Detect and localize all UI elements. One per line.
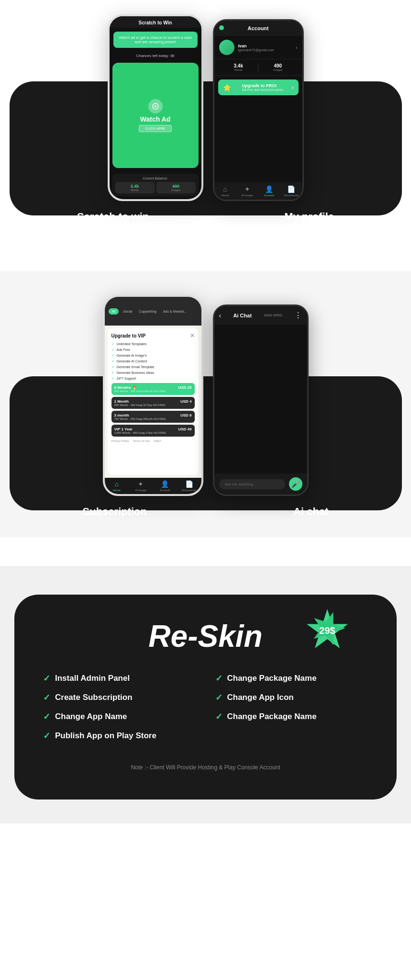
- sub-nav-documents[interactable]: 📄 Documents: [177, 480, 201, 492]
- reskin-package1-text: Change Package Name: [227, 674, 317, 683]
- sub-footer-links: Privacy Policy Terms of Use Help?: [111, 439, 195, 442]
- help-link[interactable]: Help?: [154, 439, 161, 442]
- reskin-col-right: ✓ Change Package Name ✓ Change App Icon …: [215, 673, 368, 750]
- feature-email: ✓ Generate Email Template: [111, 365, 195, 369]
- account-header: Account: [214, 21, 302, 36]
- nav-ai-image-label: AI Image: [241, 194, 253, 197]
- terms-link[interactable]: Terms of Use: [133, 439, 150, 442]
- chat-header: ‹ Ai Chat 3400 WRS ⋮: [214, 306, 307, 325]
- account-arrow-icon: ›: [296, 45, 297, 50]
- scratch-watch-icon: [148, 99, 163, 113]
- chat-body: [214, 325, 307, 473]
- account-profile-row[interactable]: Ivan igorivan472@gmail.com ›: [214, 36, 302, 59]
- vip-close-icon[interactable]: ✕: [190, 332, 195, 339]
- profile-label: My profile: [284, 211, 334, 223]
- chat-phone-content: ‹ Ai Chat 3400 WRS ⋮ Ask me anything... …: [214, 306, 307, 495]
- tab-ads[interactable]: Ads & Marketi...: [161, 308, 189, 315]
- account-upgrade-banner[interactable]: ⭐ Upgrade to PRO! Ad-free and exclusive …: [218, 79, 299, 95]
- scratch-watch-text: Watch Ad: [140, 115, 171, 123]
- scratch-phone-frame: Scratch to Win Watch ad to get a chance …: [108, 14, 203, 201]
- nav-documents[interactable]: 📄 Documents: [280, 185, 302, 197]
- plan-3month-sub: 750 Words · 220 Imag·3Month AD-FREE: [114, 417, 192, 420]
- scratch-balance-title: Current Balance:: [115, 177, 196, 180]
- plan-6month[interactable]: 6 Months 🔥 USD 25 800 Words · 300 Imag·6…: [111, 383, 195, 395]
- scratch-balance-box: Current Balance: 3.4k Words 490 Images: [112, 174, 199, 196]
- ai-image-icon: ✦: [244, 185, 250, 193]
- chat-input-placeholder[interactable]: Ask me anything...: [219, 479, 285, 489]
- privacy-link[interactable]: Privacy Policy: [111, 439, 129, 442]
- chat-back-icon[interactable]: ‹: [219, 312, 222, 319]
- sub-nav-bar: ⌂ Home ✦ AI Image 👤 Account 📄: [105, 478, 201, 494]
- reskin-header: Re-Skin 29$: [43, 619, 368, 654]
- feature-text-3: Generate Ai Image's: [117, 354, 147, 357]
- sub-account-icon: 👤: [161, 480, 169, 488]
- account-images-stat: 490 Images: [258, 63, 298, 71]
- scratch-words-item: 3.4k Words: [115, 182, 155, 193]
- plan-1month-sub: 400 Words · 150 Imag·30 Day AD-FREE: [114, 404, 192, 406]
- reskin-item-subscription: ✓ Create Subscription: [43, 692, 196, 703]
- chat-more-icon[interactable]: ⋮: [294, 311, 302, 320]
- account-phone-content: Account Ivan igorivan472@gmail.com › 3.4…: [214, 21, 302, 200]
- section-scratch-profile: Scratch to Win Watch ad to get a chance …: [0, 0, 411, 242]
- chat-wrs: 3400 WRS: [264, 313, 282, 317]
- sub-nav-home[interactable]: ⌂ Home: [105, 480, 129, 492]
- account-stats: 3.4k Words 490 Images: [214, 59, 302, 76]
- reskin-subscription-text: Create Subscription: [55, 693, 133, 702]
- plan-3month[interactable]: 3 month USD 8 750 Words · 220 Imag·3Mont…: [111, 411, 195, 423]
- feature-business: ✓ Generate Business Ideas: [111, 371, 195, 375]
- nav-documents-label: Documents: [284, 194, 298, 197]
- chat-input-row: Ask me anything... 🎤: [214, 473, 307, 495]
- feature-text-2: Ads Free: [117, 348, 130, 351]
- scratch-click-btn[interactable]: CLICK HERE: [139, 125, 171, 132]
- reskin-features: ✓ Install Admin Panel ✓ Create Subscript…: [43, 673, 368, 750]
- account-images-count: 490: [258, 63, 298, 68]
- home-icon: ⌂: [223, 185, 227, 193]
- plan-1year-sub: 1,600 Words · 450 Imag·1Year AD-FREE: [114, 431, 192, 434]
- feature-text-4: Generate AI Content: [117, 360, 147, 363]
- reskin-note: Note :- Client Will Provide Hosting & Pl…: [43, 764, 368, 771]
- chat-phone-frame: ‹ Ai Chat 3400 WRS ⋮ Ask me anything... …: [213, 304, 309, 496]
- account-status-dot: [219, 25, 224, 30]
- plan-3month-title: 3 month: [114, 413, 129, 417]
- chat-mic-button[interactable]: 🎤: [289, 477, 302, 491]
- ai-chat-label: Ai chat: [293, 506, 328, 518]
- reskin-title: Re-Skin: [148, 619, 262, 654]
- account-words-label: Words: [219, 68, 258, 71]
- plan-1year[interactable]: VIP 1 Year USD 49 1,600 Words · 450 Imag…: [111, 425, 195, 437]
- mic-icon: 🎤: [291, 480, 300, 488]
- sub-nav-account-label: Account: [160, 489, 170, 492]
- check-icon-1: ✓: [111, 342, 115, 346]
- scratch-header: Scratch to Win: [110, 16, 201, 28]
- scratch-phone-content: Scratch to Win Watch ad to get a chance …: [110, 16, 201, 199]
- upgrade-star-icon: ⭐: [223, 84, 231, 91]
- feature-ads: ✓ Ads Free: [111, 348, 195, 352]
- upgrade-arrow-icon: ›: [291, 84, 293, 91]
- account-phone-frame: Account Ivan igorivan472@gmail.com › 3.4…: [213, 19, 304, 201]
- feature-text-1: Unlimited Templates: [117, 342, 147, 346]
- reskin-publish-text: Publish App on Play Store: [55, 731, 156, 741]
- tab-copywriting[interactable]: Copywriting: [136, 308, 159, 315]
- sub-nav-account[interactable]: 👤 Account: [153, 480, 178, 492]
- tab-social[interactable]: Social: [121, 308, 134, 315]
- reskin-package2-text: Change Package Name: [227, 712, 317, 721]
- plan-1month[interactable]: 1 Month USD 4 400 Words · 150 Imag·30 Da…: [111, 397, 195, 409]
- reskin-price-badge: 29$: [306, 609, 349, 652]
- scratch-title: Scratch to Win: [139, 20, 172, 25]
- check-icon-package1: ✓: [215, 673, 222, 684]
- reskin-blob: Re-Skin 29$ ✓ Install Admin Panel: [14, 595, 397, 800]
- nav-home[interactable]: ⌂ Home: [214, 185, 236, 197]
- plan-6month-title: 6 Months 🔥: [114, 385, 137, 390]
- nav-ai-image[interactable]: ✦ AI Image: [236, 185, 258, 197]
- scratch-images-label: Images: [158, 189, 194, 191]
- starburst: 29$: [306, 609, 349, 652]
- plan-3month-price: USD 8: [180, 413, 192, 417]
- vip-modal: Upgrade to VIP ✕ ✓ Unlimited Templates ✓…: [108, 328, 199, 475]
- nav-account[interactable]: 👤 Account: [258, 185, 280, 197]
- account-words-count: 3.4k: [219, 63, 258, 68]
- reskin-appname-text: Change App Name: [55, 712, 127, 721]
- tab-all[interactable]: All: [109, 308, 119, 315]
- account-user-name: Ivan: [238, 44, 296, 48]
- sub-nav-ai-image[interactable]: ✦ AI Image: [129, 480, 153, 492]
- reskin-col-left: ✓ Install Admin Panel ✓ Create Subscript…: [43, 673, 196, 750]
- svg-marker-1: [155, 105, 157, 108]
